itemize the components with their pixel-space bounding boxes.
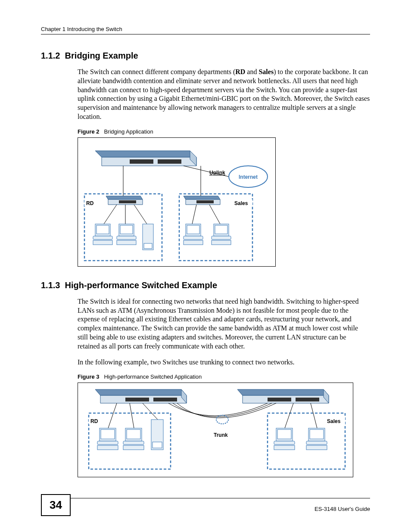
svg-rect-29 <box>120 225 133 234</box>
trunk-label: Trunk <box>214 432 228 438</box>
svg-line-60 <box>285 403 293 428</box>
figure-2-label: Figure 2 <box>78 128 100 135</box>
svg-rect-71 <box>153 442 162 448</box>
figure-2-caption: Figure 2 Bridging Application <box>78 128 370 135</box>
section-113-paragraph-2: In the following example, two Switches u… <box>78 358 370 367</box>
svg-rect-39 <box>215 225 227 234</box>
svg-rect-50 <box>268 398 291 401</box>
rd-label-2: RD <box>90 418 98 424</box>
section-112-paragraph: The Switch can connect different company… <box>78 68 370 121</box>
svg-marker-42 <box>95 389 187 395</box>
svg-rect-30 <box>117 236 136 240</box>
svg-rect-79 <box>306 445 327 450</box>
svg-rect-31 <box>117 240 136 245</box>
section-number: 1.1.2 <box>41 51 60 60</box>
svg-rect-78 <box>306 441 327 445</box>
svg-rect-73 <box>277 429 291 439</box>
svg-rect-69 <box>123 445 144 450</box>
figure-3-diagram: Trunk RD Sales <box>78 383 353 477</box>
svg-line-23 <box>209 205 220 224</box>
svg-marker-13 <box>106 196 143 199</box>
uplink-label: Uplink <box>209 170 225 176</box>
svg-rect-35 <box>187 225 199 234</box>
svg-line-22 <box>192 205 196 224</box>
svg-rect-77 <box>310 429 324 439</box>
section-heading-112: 1.1.2 Bridging Example <box>41 51 370 61</box>
rd-label: RD <box>86 200 94 206</box>
internet-label: Internet <box>239 174 258 180</box>
svg-rect-75 <box>274 445 295 450</box>
section-title: Bridging Example <box>65 51 138 60</box>
figure-3-caption: Figure 3 High-performance Switched Appli… <box>78 373 370 380</box>
svg-rect-64 <box>97 441 118 445</box>
svg-rect-41 <box>212 240 231 245</box>
svg-rect-45 <box>125 398 149 401</box>
section-heading-113: 1.1.3 High-performance Switched Example <box>41 280 370 290</box>
svg-line-61 <box>311 403 317 428</box>
svg-rect-40 <box>212 236 231 240</box>
svg-rect-65 <box>97 445 118 450</box>
svg-rect-25 <box>97 225 109 234</box>
svg-rect-63 <box>101 429 115 439</box>
svg-rect-74 <box>274 441 295 445</box>
svg-marker-47 <box>237 389 329 395</box>
section-113-paragraph-1: The Switch is ideal for connecting two n… <box>78 297 370 351</box>
sales-label: Sales <box>234 200 248 206</box>
figure-3-caption-text: High-performance Switched Application <box>104 373 202 380</box>
svg-line-57 <box>108 403 117 428</box>
svg-rect-68 <box>123 441 144 445</box>
svg-rect-18 <box>196 200 214 203</box>
svg-marker-0 <box>95 151 196 157</box>
page-number: 34 <box>41 494 71 516</box>
svg-rect-46 <box>153 398 177 401</box>
svg-rect-36 <box>184 236 203 240</box>
svg-rect-15 <box>119 200 136 203</box>
svg-rect-67 <box>127 429 140 439</box>
footer-guide-text: ES-3148 User's Guide <box>314 506 370 512</box>
svg-marker-16 <box>184 196 220 199</box>
svg-line-21 <box>134 205 147 224</box>
figure-2-caption-text: Bridging Application <box>104 128 153 135</box>
svg-rect-51 <box>296 398 319 401</box>
svg-line-59 <box>143 403 158 420</box>
svg-rect-3 <box>130 159 153 164</box>
svg-line-19 <box>104 205 117 224</box>
section-number: 1.1.3 <box>41 280 60 290</box>
svg-rect-26 <box>93 236 112 240</box>
section-title: High-performance Switched Example <box>65 280 217 290</box>
svg-line-58 <box>130 403 134 428</box>
svg-rect-33 <box>144 243 152 249</box>
svg-rect-27 <box>93 240 112 245</box>
page-footer: 34 ES-3148 User's Guide <box>41 498 370 516</box>
sales-label-2: Sales <box>327 418 341 424</box>
svg-rect-4 <box>158 159 181 164</box>
page-header: Chapter 1 Introducing the Switch <box>41 26 370 34</box>
figure-2-diagram: Uplink Internet RD Sales <box>78 137 276 267</box>
svg-rect-37 <box>184 240 203 245</box>
figure-3-label: Figure 3 <box>78 373 100 380</box>
